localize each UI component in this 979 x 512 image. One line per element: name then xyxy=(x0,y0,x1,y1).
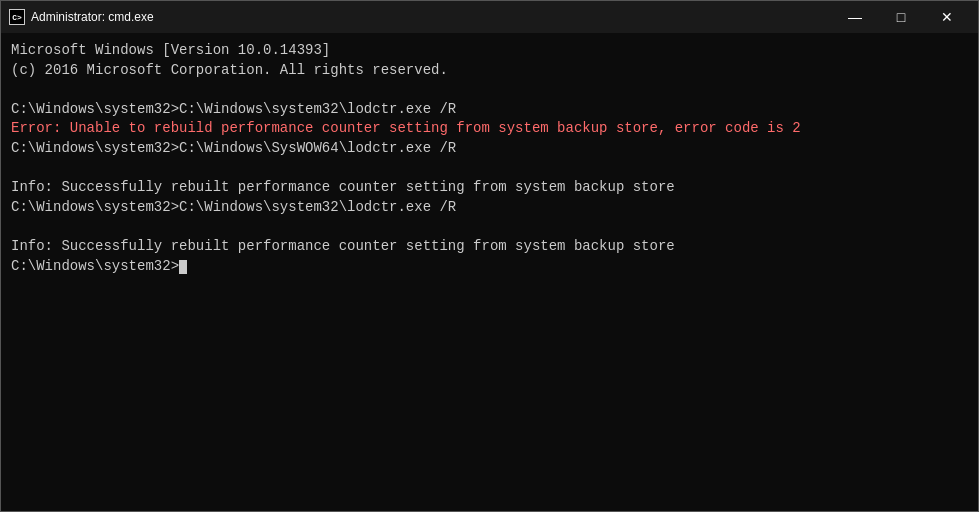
cursor xyxy=(179,260,187,274)
terminal-content[interactable]: Microsoft Windows [Version 10.0.14393] (… xyxy=(1,33,978,511)
terminal-prompt-line: C:\Windows\system32> xyxy=(11,257,968,277)
terminal-line: Info: Successfully rebuilt performance c… xyxy=(11,237,968,257)
terminal-line xyxy=(11,217,968,237)
terminal-line: Info: Successfully rebuilt performance c… xyxy=(11,178,968,198)
terminal-line xyxy=(11,159,968,179)
minimize-button[interactable]: — xyxy=(832,1,878,33)
terminal-line xyxy=(11,80,968,100)
window-title: Administrator: cmd.exe xyxy=(31,10,154,24)
terminal-line: C:\Windows\system32>C:\Windows\SysWOW64\… xyxy=(11,139,968,159)
cmd-icon: C> xyxy=(9,9,25,25)
terminal-line: C:\Windows\system32>C:\Windows\system32\… xyxy=(11,100,968,120)
terminal-line: Microsoft Windows [Version 10.0.14393] xyxy=(11,41,968,61)
terminal-line: (c) 2016 Microsoft Corporation. All righ… xyxy=(11,61,968,81)
terminal-line: C:\Windows\system32>C:\Windows\system32\… xyxy=(11,198,968,218)
cmd-window: C> Administrator: cmd.exe — □ ✕ Microsof… xyxy=(0,0,979,512)
title-bar-controls: — □ ✕ xyxy=(832,1,970,33)
title-bar: C> Administrator: cmd.exe — □ ✕ xyxy=(1,1,978,33)
terminal-line-error: Error: Unable to rebuild performance cou… xyxy=(11,119,968,139)
maximize-button[interactable]: □ xyxy=(878,1,924,33)
close-button[interactable]: ✕ xyxy=(924,1,970,33)
title-bar-left: C> Administrator: cmd.exe xyxy=(9,9,154,25)
